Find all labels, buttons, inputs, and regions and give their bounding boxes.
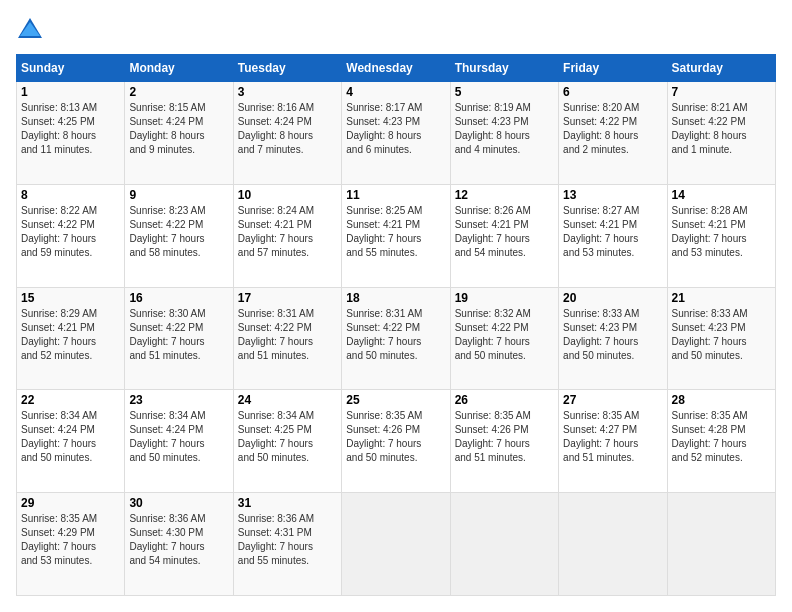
day-number: 5 xyxy=(455,85,554,99)
day-number: 12 xyxy=(455,188,554,202)
calendar-day-cell: 12Sunrise: 8:26 AM Sunset: 4:21 PM Dayli… xyxy=(450,184,558,287)
day-of-week-header: Wednesday xyxy=(342,55,450,82)
day-info: Sunrise: 8:19 AM Sunset: 4:23 PM Dayligh… xyxy=(455,101,554,157)
day-number: 26 xyxy=(455,393,554,407)
calendar-day-cell: 29Sunrise: 8:35 AM Sunset: 4:29 PM Dayli… xyxy=(17,493,125,596)
day-number: 31 xyxy=(238,496,337,510)
day-number: 22 xyxy=(21,393,120,407)
calendar-day-cell: 21Sunrise: 8:33 AM Sunset: 4:23 PM Dayli… xyxy=(667,287,775,390)
day-number: 24 xyxy=(238,393,337,407)
logo xyxy=(16,16,48,44)
calendar-week-row: 8Sunrise: 8:22 AM Sunset: 4:22 PM Daylig… xyxy=(17,184,776,287)
day-info: Sunrise: 8:15 AM Sunset: 4:24 PM Dayligh… xyxy=(129,101,228,157)
day-number: 1 xyxy=(21,85,120,99)
day-number: 15 xyxy=(21,291,120,305)
day-info: Sunrise: 8:32 AM Sunset: 4:22 PM Dayligh… xyxy=(455,307,554,363)
calendar-day-cell: 20Sunrise: 8:33 AM Sunset: 4:23 PM Dayli… xyxy=(559,287,667,390)
day-number: 4 xyxy=(346,85,445,99)
day-info: Sunrise: 8:27 AM Sunset: 4:21 PM Dayligh… xyxy=(563,204,662,260)
header xyxy=(16,16,776,44)
day-info: Sunrise: 8:16 AM Sunset: 4:24 PM Dayligh… xyxy=(238,101,337,157)
calendar-day-cell: 23Sunrise: 8:34 AM Sunset: 4:24 PM Dayli… xyxy=(125,390,233,493)
calendar-day-cell: 14Sunrise: 8:28 AM Sunset: 4:21 PM Dayli… xyxy=(667,184,775,287)
calendar-day-cell: 9Sunrise: 8:23 AM Sunset: 4:22 PM Daylig… xyxy=(125,184,233,287)
calendar-day-cell: 10Sunrise: 8:24 AM Sunset: 4:21 PM Dayli… xyxy=(233,184,341,287)
calendar-day-cell: 16Sunrise: 8:30 AM Sunset: 4:22 PM Dayli… xyxy=(125,287,233,390)
day-number: 25 xyxy=(346,393,445,407)
day-of-week-header: Friday xyxy=(559,55,667,82)
day-info: Sunrise: 8:36 AM Sunset: 4:31 PM Dayligh… xyxy=(238,512,337,568)
day-info: Sunrise: 8:28 AM Sunset: 4:21 PM Dayligh… xyxy=(672,204,771,260)
day-number: 19 xyxy=(455,291,554,305)
day-number: 28 xyxy=(672,393,771,407)
calendar-day-cell: 1Sunrise: 8:13 AM Sunset: 4:25 PM Daylig… xyxy=(17,82,125,185)
day-info: Sunrise: 8:33 AM Sunset: 4:23 PM Dayligh… xyxy=(672,307,771,363)
calendar-week-row: 15Sunrise: 8:29 AM Sunset: 4:21 PM Dayli… xyxy=(17,287,776,390)
day-number: 20 xyxy=(563,291,662,305)
calendar-day-cell: 25Sunrise: 8:35 AM Sunset: 4:26 PM Dayli… xyxy=(342,390,450,493)
day-info: Sunrise: 8:23 AM Sunset: 4:22 PM Dayligh… xyxy=(129,204,228,260)
day-number: 6 xyxy=(563,85,662,99)
day-info: Sunrise: 8:33 AM Sunset: 4:23 PM Dayligh… xyxy=(563,307,662,363)
day-number: 9 xyxy=(129,188,228,202)
calendar-day-cell: 19Sunrise: 8:32 AM Sunset: 4:22 PM Dayli… xyxy=(450,287,558,390)
day-of-week-header: Sunday xyxy=(17,55,125,82)
day-info: Sunrise: 8:35 AM Sunset: 4:26 PM Dayligh… xyxy=(455,409,554,465)
day-number: 11 xyxy=(346,188,445,202)
calendar-day-cell: 18Sunrise: 8:31 AM Sunset: 4:22 PM Dayli… xyxy=(342,287,450,390)
calendar-day-cell: 3Sunrise: 8:16 AM Sunset: 4:24 PM Daylig… xyxy=(233,82,341,185)
calendar-table: SundayMondayTuesdayWednesdayThursdayFrid… xyxy=(16,54,776,596)
day-info: Sunrise: 8:35 AM Sunset: 4:28 PM Dayligh… xyxy=(672,409,771,465)
day-info: Sunrise: 8:29 AM Sunset: 4:21 PM Dayligh… xyxy=(21,307,120,363)
day-of-week-header: Tuesday xyxy=(233,55,341,82)
day-number: 23 xyxy=(129,393,228,407)
page: SundayMondayTuesdayWednesdayThursdayFrid… xyxy=(0,0,792,612)
calendar-day-cell: 15Sunrise: 8:29 AM Sunset: 4:21 PM Dayli… xyxy=(17,287,125,390)
day-info: Sunrise: 8:20 AM Sunset: 4:22 PM Dayligh… xyxy=(563,101,662,157)
calendar-day-cell: 6Sunrise: 8:20 AM Sunset: 4:22 PM Daylig… xyxy=(559,82,667,185)
calendar-day-cell: 2Sunrise: 8:15 AM Sunset: 4:24 PM Daylig… xyxy=(125,82,233,185)
day-number: 3 xyxy=(238,85,337,99)
day-number: 30 xyxy=(129,496,228,510)
day-info: Sunrise: 8:26 AM Sunset: 4:21 PM Dayligh… xyxy=(455,204,554,260)
day-number: 21 xyxy=(672,291,771,305)
day-number: 13 xyxy=(563,188,662,202)
day-info: Sunrise: 8:35 AM Sunset: 4:29 PM Dayligh… xyxy=(21,512,120,568)
svg-marker-1 xyxy=(20,22,40,36)
day-number: 27 xyxy=(563,393,662,407)
day-info: Sunrise: 8:34 AM Sunset: 4:24 PM Dayligh… xyxy=(129,409,228,465)
day-info: Sunrise: 8:25 AM Sunset: 4:21 PM Dayligh… xyxy=(346,204,445,260)
day-number: 16 xyxy=(129,291,228,305)
calendar-day-cell xyxy=(450,493,558,596)
calendar-week-row: 1Sunrise: 8:13 AM Sunset: 4:25 PM Daylig… xyxy=(17,82,776,185)
day-info: Sunrise: 8:30 AM Sunset: 4:22 PM Dayligh… xyxy=(129,307,228,363)
day-info: Sunrise: 8:36 AM Sunset: 4:30 PM Dayligh… xyxy=(129,512,228,568)
calendar-week-row: 29Sunrise: 8:35 AM Sunset: 4:29 PM Dayli… xyxy=(17,493,776,596)
day-number: 29 xyxy=(21,496,120,510)
calendar-day-cell: 7Sunrise: 8:21 AM Sunset: 4:22 PM Daylig… xyxy=(667,82,775,185)
logo-icon xyxy=(16,16,44,44)
day-number: 8 xyxy=(21,188,120,202)
day-of-week-header: Saturday xyxy=(667,55,775,82)
day-info: Sunrise: 8:31 AM Sunset: 4:22 PM Dayligh… xyxy=(346,307,445,363)
calendar-day-cell xyxy=(342,493,450,596)
calendar-day-cell: 4Sunrise: 8:17 AM Sunset: 4:23 PM Daylig… xyxy=(342,82,450,185)
day-number: 10 xyxy=(238,188,337,202)
day-info: Sunrise: 8:24 AM Sunset: 4:21 PM Dayligh… xyxy=(238,204,337,260)
day-info: Sunrise: 8:22 AM Sunset: 4:22 PM Dayligh… xyxy=(21,204,120,260)
day-info: Sunrise: 8:13 AM Sunset: 4:25 PM Dayligh… xyxy=(21,101,120,157)
day-number: 14 xyxy=(672,188,771,202)
calendar-day-cell: 13Sunrise: 8:27 AM Sunset: 4:21 PM Dayli… xyxy=(559,184,667,287)
day-info: Sunrise: 8:21 AM Sunset: 4:22 PM Dayligh… xyxy=(672,101,771,157)
calendar-header-row: SundayMondayTuesdayWednesdayThursdayFrid… xyxy=(17,55,776,82)
calendar-day-cell: 30Sunrise: 8:36 AM Sunset: 4:30 PM Dayli… xyxy=(125,493,233,596)
calendar-day-cell: 17Sunrise: 8:31 AM Sunset: 4:22 PM Dayli… xyxy=(233,287,341,390)
calendar-day-cell: 28Sunrise: 8:35 AM Sunset: 4:28 PM Dayli… xyxy=(667,390,775,493)
calendar-day-cell: 31Sunrise: 8:36 AM Sunset: 4:31 PM Dayli… xyxy=(233,493,341,596)
calendar-day-cell: 27Sunrise: 8:35 AM Sunset: 4:27 PM Dayli… xyxy=(559,390,667,493)
calendar-week-row: 22Sunrise: 8:34 AM Sunset: 4:24 PM Dayli… xyxy=(17,390,776,493)
day-number: 7 xyxy=(672,85,771,99)
day-info: Sunrise: 8:34 AM Sunset: 4:25 PM Dayligh… xyxy=(238,409,337,465)
calendar-day-cell: 8Sunrise: 8:22 AM Sunset: 4:22 PM Daylig… xyxy=(17,184,125,287)
day-info: Sunrise: 8:31 AM Sunset: 4:22 PM Dayligh… xyxy=(238,307,337,363)
